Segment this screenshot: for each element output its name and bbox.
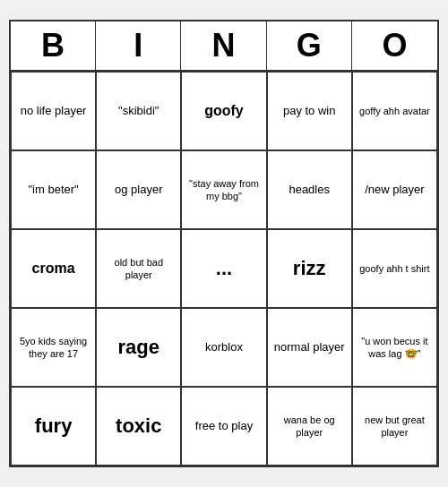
bingo-cell-14: goofy ahh t shirt <box>352 229 437 308</box>
bingo-cell-1: "skibidi" <box>96 72 181 150</box>
header-letter-o: O <box>352 21 437 70</box>
bingo-cell-11: old but bad player <box>96 229 181 308</box>
header-letter-g: G <box>267 21 352 70</box>
bingo-grid: no life player"skibidi"goofypay to wingo… <box>11 72 437 466</box>
bingo-cell-24: new but great player <box>352 387 437 466</box>
bingo-cell-4: goffy ahh avatar <box>352 72 437 150</box>
header-letter-n: N <box>181 21 266 70</box>
bingo-cell-17: korblox <box>181 308 266 387</box>
bingo-cell-19: "u won becus it was lag 🤓" <box>352 308 437 387</box>
bingo-cell-3: pay to win <box>267 72 352 150</box>
bingo-cell-21: toxic <box>96 387 181 466</box>
bingo-cell-6: og player <box>96 150 181 229</box>
bingo-header: BINGO <box>11 21 437 72</box>
bingo-cell-22: free to play <box>181 387 266 466</box>
bingo-cell-13: rizz <box>267 229 352 308</box>
bingo-cell-7: "stay away from my bbg" <box>181 150 266 229</box>
header-letter-i: I <box>96 21 181 70</box>
bingo-cell-16: rage <box>96 308 181 387</box>
header-letter-b: B <box>11 21 96 70</box>
bingo-cell-10: croma <box>11 229 96 308</box>
bingo-cell-0: no life player <box>11 72 96 150</box>
bingo-cell-9: /new player <box>352 150 437 229</box>
bingo-cell-18: normal player <box>267 308 352 387</box>
bingo-cell-12: ... <box>181 229 266 308</box>
bingo-cell-15: 5yo kids saying they are 17 <box>11 308 96 387</box>
bingo-cell-20: fury <box>11 387 96 466</box>
bingo-cell-5: "im beter" <box>11 150 96 229</box>
bingo-cell-2: goofy <box>181 72 266 150</box>
bingo-cell-23: wana be og player <box>267 387 352 466</box>
bingo-cell-8: headles <box>267 150 352 229</box>
bingo-card: BINGO no life player"skibidi"goofypay to… <box>9 20 439 467</box>
